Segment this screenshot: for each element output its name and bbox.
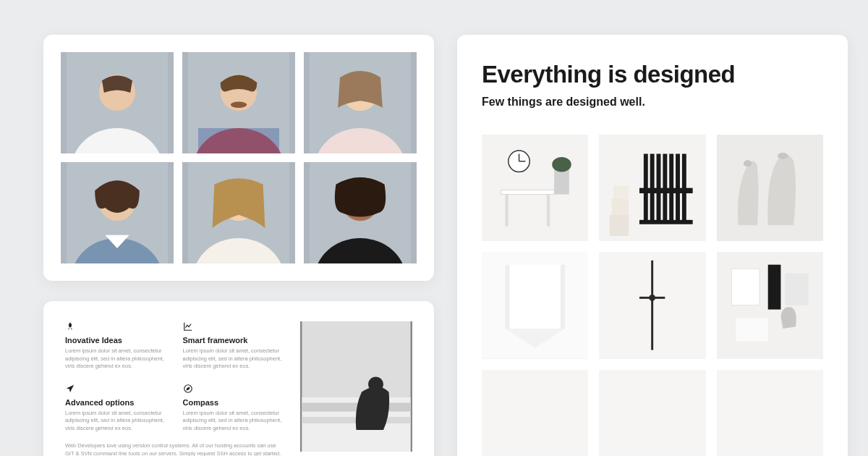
gallery-item[interactable] bbox=[599, 370, 705, 456]
svg-rect-5 bbox=[198, 128, 279, 153]
svg-rect-46 bbox=[639, 188, 693, 193]
svg-rect-23 bbox=[302, 403, 411, 412]
gallery-item[interactable] bbox=[717, 135, 823, 241]
feature-body: Lorem ipsum dolor sit amet, consectetur … bbox=[65, 347, 167, 371]
chart-icon bbox=[183, 321, 285, 333]
svg-point-7 bbox=[231, 102, 247, 108]
svg-point-34 bbox=[552, 157, 571, 172]
feature-item: Inovative Ideas Lorem ipsum dolor sit am… bbox=[65, 321, 167, 371]
gallery-item[interactable] bbox=[717, 370, 823, 456]
features-card: Inovative Ideas Lorem ipsum dolor sit am… bbox=[43, 301, 434, 456]
feature-item: Compass Lorem ipsum dolor sit amet, cons… bbox=[183, 384, 285, 433]
team-member[interactable] bbox=[182, 162, 295, 263]
feature-item: Advanced options Lorem ipsum dolor sit a… bbox=[65, 384, 167, 433]
svg-rect-38 bbox=[614, 186, 629, 199]
svg-rect-63 bbox=[785, 274, 808, 305]
feature-title: Advanced options bbox=[65, 398, 167, 407]
feature-body: Lorem ipsum dolor sit amet, consectetur … bbox=[65, 410, 167, 433]
team-grid bbox=[61, 52, 417, 263]
feature-item: Smart framework Lorem ipsum dolor sit am… bbox=[183, 321, 285, 371]
team-member[interactable] bbox=[61, 52, 174, 153]
team-member[interactable] bbox=[61, 162, 174, 263]
team-member[interactable] bbox=[304, 162, 417, 263]
gallery-item[interactable] bbox=[482, 252, 588, 358]
svg-rect-52 bbox=[505, 265, 565, 329]
gallery-item[interactable] bbox=[599, 252, 705, 358]
svg-rect-64 bbox=[736, 318, 767, 342]
svg-point-50 bbox=[778, 153, 788, 159]
feature-body: Lorem ipsum dolor sit amet, consectetur … bbox=[183, 347, 285, 371]
svg-rect-33 bbox=[554, 169, 569, 194]
gallery-grid bbox=[482, 135, 823, 456]
svg-rect-62 bbox=[767, 265, 780, 310]
svg-rect-47 bbox=[639, 220, 693, 224]
team-member[interactable] bbox=[304, 52, 417, 153]
svg-rect-61 bbox=[731, 269, 759, 305]
svg-rect-57 bbox=[652, 261, 654, 350]
svg-rect-28 bbox=[505, 195, 508, 227]
svg-rect-66 bbox=[599, 370, 705, 456]
svg-rect-65 bbox=[482, 370, 588, 456]
svg-rect-29 bbox=[547, 195, 550, 227]
gallery-subheading: Few things are designed well. bbox=[482, 96, 823, 109]
feature-title: Smart framework bbox=[183, 336, 285, 345]
gallery-card: Everything is designed Few things are de… bbox=[457, 35, 848, 456]
svg-point-59 bbox=[650, 295, 656, 301]
features-grid: Inovative Ideas Lorem ipsum dolor sit am… bbox=[65, 321, 284, 432]
svg-rect-37 bbox=[612, 198, 629, 214]
gallery-item[interactable] bbox=[482, 135, 588, 241]
gallery-item[interactable] bbox=[482, 370, 588, 456]
svg-rect-54 bbox=[505, 265, 509, 329]
svg-rect-27 bbox=[501, 190, 555, 195]
svg-rect-67 bbox=[717, 370, 823, 456]
svg-rect-36 bbox=[610, 214, 629, 235]
feature-body: Lorem ipsum dolor sit amet, consectetur … bbox=[183, 410, 285, 433]
gallery-item[interactable] bbox=[717, 252, 823, 358]
svg-rect-26 bbox=[482, 135, 588, 241]
gallery-item[interactable] bbox=[599, 135, 705, 241]
rocket-icon bbox=[65, 321, 167, 333]
team-member[interactable] bbox=[182, 52, 295, 153]
features-footer: Web Developers love using version contro… bbox=[65, 442, 284, 456]
svg-point-25 bbox=[368, 377, 383, 392]
feature-image bbox=[300, 321, 412, 452]
team-card bbox=[43, 35, 434, 281]
plane-icon bbox=[65, 384, 167, 395]
compass-icon bbox=[183, 384, 285, 395]
feature-title: Compass bbox=[183, 398, 285, 407]
feature-title: Inovative Ideas bbox=[65, 336, 167, 345]
gallery-heading: Everything is designed bbox=[482, 61, 823, 88]
svg-rect-55 bbox=[561, 265, 565, 329]
svg-point-49 bbox=[743, 160, 752, 166]
